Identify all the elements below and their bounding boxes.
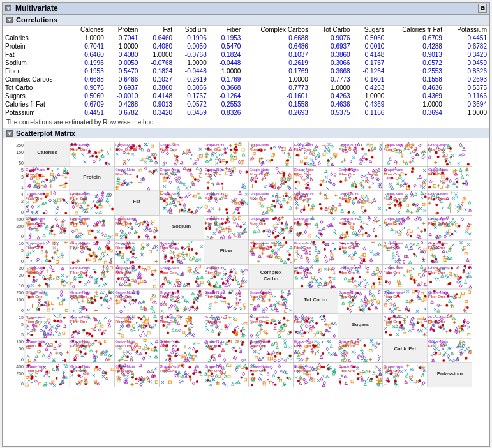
cell-value: 0.5375 (445, 84, 489, 92)
cell-value: 0.6782 (445, 42, 489, 50)
main-panel: ▼ Multivariate ⧉ ▼ Correlations Calories… (2, 2, 490, 447)
correlations-table-wrapper: Calories Protein Fat Sodium Fiber Comple… (3, 26, 489, 117)
table-row: Protein0.70411.00000.40800.00500.54700.6… (3, 42, 489, 50)
cell-value: 0.3694 (387, 108, 445, 117)
scatter-matrix-container[interactable] (3, 138, 489, 389)
cell-value: 0.5060 (353, 34, 387, 42)
cell-value: 0.4451 (445, 34, 489, 42)
cell-value: 1.0000 (387, 100, 445, 108)
cell-value: 0.9076 (311, 34, 353, 42)
cell-value: 0.3420 (140, 108, 175, 117)
col-header-fiber: Fiber (209, 26, 244, 34)
row-label: Potassium (3, 108, 70, 117)
cell-value: 0.6782 (107, 108, 141, 117)
cell-value: 0.4148 (140, 92, 175, 100)
cell-value: -0.0448 (209, 59, 244, 67)
row-label: Fat (3, 50, 70, 59)
scatter-header: ▼ Scatterplot Matrix (3, 128, 489, 138)
cell-value: 0.4636 (387, 84, 445, 92)
cell-value: 0.4369 (387, 92, 445, 100)
table-row: Fiber0.19530.54700.1824-0.04481.00000.17… (3, 67, 489, 75)
cell-value: 0.1824 (140, 67, 175, 75)
cell-value: 0.2693 (445, 75, 489, 84)
cell-value: 0.6937 (107, 84, 141, 92)
correlations-collapse[interactable]: ▼ (6, 17, 13, 23)
col-header-sugars: Sugars (353, 26, 387, 34)
cell-value: -0.1601 (243, 92, 311, 100)
cell-value: 0.1767 (175, 92, 209, 100)
table-row: Sugars0.5060-0.00100.41480.1767-0.1264-0… (3, 92, 489, 100)
cell-value: 1.0000 (243, 75, 311, 84)
cell-value: -0.0768 (175, 50, 209, 59)
cell-value: 0.4080 (107, 50, 141, 59)
cell-value: 0.3860 (140, 84, 175, 92)
cell-value: 0.7041 (70, 42, 107, 50)
cell-value: 0.1166 (445, 92, 489, 100)
cell-value: 0.5375 (311, 108, 353, 117)
correlation-note: The correlations are estimated by Row-wi… (3, 117, 489, 128)
row-label: Calories (3, 34, 70, 42)
cell-value: 0.1996 (70, 59, 107, 67)
row-label: Complex Carbos (3, 75, 70, 84)
cell-value: -0.1264 (353, 67, 387, 75)
cell-value: 0.8326 (209, 108, 244, 117)
cell-value: 0.8326 (445, 67, 489, 75)
col-header-complex-carbos: Complex Carbos (243, 26, 311, 34)
cell-value: 0.4263 (353, 84, 387, 92)
cell-value: 0.1769 (209, 75, 244, 84)
cell-value: 0.4369 (353, 100, 387, 108)
cell-value: 0.1558 (387, 75, 445, 84)
cell-value: 0.0459 (445, 59, 489, 67)
correlations-section: ▼ Correlations Calories Protein Fat Sodi… (3, 15, 489, 128)
cell-value: 0.0459 (175, 108, 209, 117)
cell-value: 0.1767 (353, 59, 387, 67)
cell-value: 1.0000 (140, 50, 175, 59)
cell-value: 0.1166 (353, 108, 387, 117)
table-header-row: Calories Protein Fat Sodium Fiber Comple… (3, 26, 489, 34)
cell-value: -0.0010 (353, 42, 387, 50)
scatter-collapse[interactable]: ▼ (6, 130, 13, 137)
cell-value: 1.0000 (107, 42, 141, 50)
col-header-tot-carbo: Tot Carbo (311, 26, 353, 34)
scatter-canvas (3, 138, 472, 387)
cell-value: 0.6486 (243, 42, 311, 50)
cell-value: 0.0572 (175, 100, 209, 108)
collapse-icon[interactable]: ▼ (5, 5, 11, 11)
col-header-calories: Calories (70, 26, 107, 34)
col-header-empty (3, 26, 70, 34)
table-row: Calories fr Fat0.67090.42880.90130.05720… (3, 100, 489, 108)
cell-value: 1.0000 (175, 59, 209, 67)
cell-value: 0.1769 (243, 67, 311, 75)
cell-value: 0.6709 (70, 100, 107, 108)
cell-value: 0.1037 (243, 50, 311, 59)
cell-value: -0.1601 (353, 75, 387, 84)
cell-value: 0.6709 (387, 34, 445, 42)
cell-value: 0.4263 (311, 92, 353, 100)
table-row: Tot Carbo0.90760.69370.38600.30660.36680… (3, 84, 489, 92)
col-header-potassium: Potassium (445, 26, 489, 34)
panel-title: Multivariate (15, 4, 58, 13)
cell-value: 0.5060 (70, 92, 107, 100)
col-header-protein: Protein (107, 26, 141, 34)
header-left: ▼ Multivariate (5, 4, 58, 13)
cell-value: 0.4148 (353, 50, 387, 59)
cell-value: -0.0768 (140, 59, 175, 67)
cell-value: 0.4288 (107, 100, 141, 108)
cell-value: 0.2553 (387, 67, 445, 75)
cell-value: 0.6937 (311, 42, 353, 50)
cell-value: 0.1558 (243, 100, 311, 108)
window-restore-btn[interactable]: ⧉ (478, 4, 487, 13)
scatterplot-section: ▼ Scatterplot Matrix (3, 128, 489, 389)
content-area[interactable]: ▼ Correlations Calories Protein Fat Sodi… (3, 15, 489, 446)
cell-value: -0.0010 (107, 92, 141, 100)
cell-value: 0.6688 (70, 75, 107, 84)
col-header-fat: Fat (140, 26, 175, 34)
cell-value: 0.7041 (107, 34, 141, 42)
correlations-title: Correlations (16, 16, 57, 24)
cell-value: 1.0000 (209, 67, 244, 75)
cell-value: 0.3668 (209, 84, 244, 92)
cell-value: 0.2619 (243, 59, 311, 67)
cell-value: 0.0050 (175, 42, 209, 50)
col-header-calories-fr-fat: Calories fr Fat (387, 26, 445, 34)
cell-value: 1.0000 (311, 84, 353, 92)
